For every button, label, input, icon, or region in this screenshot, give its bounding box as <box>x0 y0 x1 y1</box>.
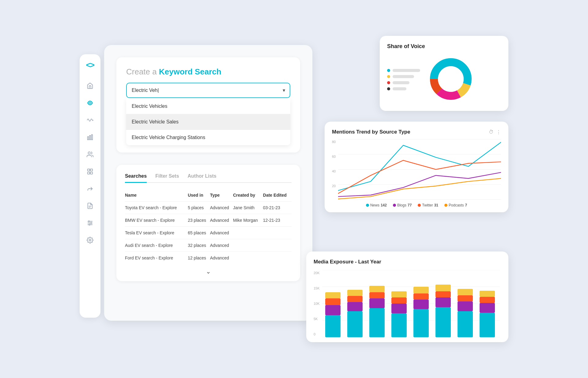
svg-rect-58 <box>413 300 429 309</box>
svg-rect-54 <box>391 304 407 313</box>
nav-messages[interactable] <box>86 167 94 176</box>
more-icon[interactable]: ⋮ <box>496 129 501 135</box>
svg-rect-59 <box>413 293 429 300</box>
cell-name-3: Audi EV search - Explore <box>125 239 188 252</box>
legend-twitter-count: 31 <box>434 203 438 207</box>
svg-point-18 <box>89 239 91 241</box>
logo: <> <box>86 60 94 70</box>
nav-filters[interactable] <box>86 219 94 227</box>
cell-type-0: Advanced <box>210 202 233 214</box>
media-y-10k: 10K <box>314 302 320 305</box>
dropdown-item-2[interactable]: Electric Vehicle Charging Stations <box>126 130 290 145</box>
svg-rect-67 <box>458 295 473 301</box>
cell-type-1: Advanced <box>210 214 233 227</box>
svg-rect-9 <box>90 172 92 174</box>
cell-date_edited-0: 03-21-23 <box>263 202 292 214</box>
svg-rect-64 <box>435 285 451 291</box>
legend-podcasts-count: 7 <box>465 203 467 207</box>
svg-rect-72 <box>480 291 495 297</box>
legend-item-2 <box>387 81 420 84</box>
svg-rect-52 <box>369 286 385 292</box>
nav-settings[interactable] <box>86 236 94 244</box>
svg-point-1 <box>89 101 92 105</box>
table-row-2[interactable]: Tesla EV search - Explore65 placesAdvanc… <box>125 227 292 239</box>
nav-search[interactable] <box>86 99 94 107</box>
mentions-card: Mentions Trend by Source Type ⏱ ⋮ 80 60 … <box>325 122 508 212</box>
scroll-down-icon[interactable]: ⌄ <box>125 268 292 275</box>
svg-rect-57 <box>413 309 429 337</box>
legend-bar-1 <box>393 75 414 78</box>
nav-users[interactable] <box>86 150 94 159</box>
svg-rect-43 <box>325 298 341 305</box>
clock-icon[interactable]: ⏱ <box>489 129 494 135</box>
cell-date_edited-3 <box>263 239 292 252</box>
svg-rect-63 <box>435 291 451 297</box>
legend-bar-2 <box>393 81 409 84</box>
media-title: Media Exposure - Last Year <box>314 259 501 265</box>
svg-rect-42 <box>325 305 341 315</box>
cell-type-3: Advanced <box>210 239 233 252</box>
svg-rect-41 <box>325 315 341 337</box>
keyword-input[interactable] <box>126 83 290 98</box>
dropdown-item-0[interactable]: Electric Vehicles <box>126 99 290 114</box>
mentions-controls: ⏱ ⋮ <box>489 129 501 135</box>
cell-created_by-1: Mike Morgan <box>233 214 263 227</box>
svg-rect-60 <box>413 287 429 293</box>
nav-home[interactable] <box>86 81 94 90</box>
nav-document[interactable] <box>86 202 94 210</box>
svg-rect-55 <box>391 297 407 304</box>
y-label-20: 20 <box>332 184 336 188</box>
dropdown-arrow-icon[interactable]: ▼ <box>282 88 286 93</box>
svg-point-0 <box>89 102 91 104</box>
legend-item-1 <box>387 75 420 78</box>
svg-rect-2 <box>88 137 89 140</box>
svg-rect-53 <box>391 313 407 337</box>
cell-name-2: Tesla EV search - Explore <box>125 227 188 239</box>
tab-filter-sets[interactable]: Filter Sets <box>155 173 179 183</box>
nav-bar-chart[interactable] <box>86 133 94 142</box>
legend-podcasts: Podcasts 7 <box>444 203 467 207</box>
cell-used_in-3: 32 places <box>188 239 210 252</box>
sov-title: Share of Voice <box>387 43 501 50</box>
media-y-5k: 5K <box>314 317 320 321</box>
legend-twitter: Twitter 31 <box>418 203 438 207</box>
col-used-in: Used in <box>188 190 210 202</box>
media-chart-svg: Jan Feb Mar Apr May June July Aug <box>322 270 500 337</box>
y-label-80: 80 <box>332 140 336 144</box>
legend-dot-2 <box>387 81 390 84</box>
y-label-60: 60 <box>332 155 336 158</box>
tab-author-lists[interactable]: Author Lists <box>188 173 217 183</box>
svg-rect-69 <box>480 313 495 337</box>
svg-rect-49 <box>369 308 385 337</box>
keyword-search-card: Create a Keyword Search ▼ Electric Vehic… <box>116 57 300 153</box>
legend-dot-3 <box>387 87 390 90</box>
mentions-chart-svg: Jun 18 Jun 19 Jun 20 Jun 21 Jun 22 Jun 2… <box>338 139 501 200</box>
legend-blogs: Blogs 77 <box>393 203 412 207</box>
legend-news-label: News <box>370 203 379 207</box>
nav-share[interactable] <box>86 184 94 193</box>
cell-created_by-3 <box>233 239 263 252</box>
svg-rect-46 <box>347 302 363 311</box>
svg-point-24 <box>438 66 464 92</box>
cell-type-4: Advanced <box>210 252 233 264</box>
table-row-1[interactable]: BMW EV search - Explore23 placesAdvanced… <box>125 214 292 227</box>
table-tabs: Searches Filter Sets Author Lists <box>125 173 292 183</box>
main-panel: Create a Keyword Search ▼ Electric Vehic… <box>104 45 312 321</box>
table-row-3[interactable]: Audi EV search - Explore32 placesAdvance… <box>125 239 292 252</box>
col-date-edited: Date Edited <box>263 190 292 202</box>
svg-point-5 <box>88 152 90 154</box>
tab-searches[interactable]: Searches <box>125 173 147 183</box>
table-row-4[interactable]: Ford EV search - Explore12 placesAdvance… <box>125 252 292 264</box>
dropdown-item-1[interactable]: Electric Vehicle Sales <box>126 114 290 130</box>
mentions-header: Mentions Trend by Source Type ⏱ ⋮ <box>332 129 501 135</box>
sov-legend <box>387 69 420 90</box>
table-card: Searches Filter Sets Author Lists Name U… <box>116 165 300 281</box>
nav-analytics[interactable] <box>86 116 94 124</box>
legend-item-0 <box>387 69 420 72</box>
svg-rect-44 <box>325 292 341 298</box>
table-row-0[interactable]: Toyota EV search - Explore5 placesAdvanc… <box>125 202 292 214</box>
legend-bar-3 <box>393 87 406 90</box>
media-y-20k: 20K <box>314 271 320 275</box>
svg-rect-48 <box>347 290 363 296</box>
keyword-search-title: Create a Keyword Search <box>126 67 290 77</box>
